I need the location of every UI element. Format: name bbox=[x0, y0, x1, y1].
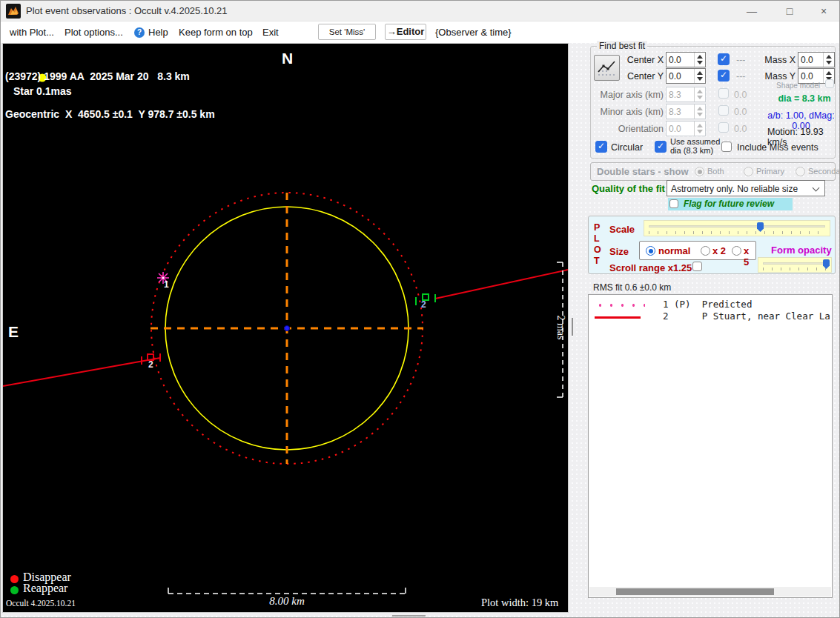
mass-x-spinner[interactable] bbox=[823, 53, 834, 67]
predicted-dotted-line-icon bbox=[595, 304, 645, 307]
chevron-down-icon bbox=[813, 185, 820, 192]
center-x-dashes: --- bbox=[736, 55, 746, 65]
flag-review-checkbox[interactable] bbox=[669, 199, 678, 208]
quality-dropdown[interactable]: Astrometry only. No reliable size bbox=[667, 180, 825, 196]
menu-help[interactable]: Help bbox=[148, 27, 168, 38]
minor-axis-checkbox bbox=[718, 105, 729, 116]
chord-solid-line-icon bbox=[595, 316, 641, 319]
flag-review-container: Flag for future review bbox=[668, 198, 793, 210]
app-icon bbox=[6, 4, 21, 19]
star-size-label: Star 0.1mas bbox=[13, 85, 72, 97]
double-primary-radio bbox=[744, 167, 753, 176]
form-opacity-label: Form opacity bbox=[771, 245, 832, 256]
plot-controls-box: P L O T Scale Size normal x 2 x 5 Form o… bbox=[588, 216, 836, 274]
find-best-fit-group: Find best fit Center X 0.0 --- Mass X 0.… bbox=[590, 46, 836, 159]
plot-letter-l: L bbox=[594, 233, 600, 244]
center-x-label: Center X bbox=[597, 55, 664, 65]
splitter-handle[interactable] bbox=[572, 318, 573, 336]
title-bar[interactable]: Plot event observations : Occult v.4.202… bbox=[1, 1, 839, 21]
shape-model-checkbox[interactable] bbox=[825, 79, 834, 88]
double-both-radio bbox=[695, 167, 704, 176]
north-label: N bbox=[282, 50, 293, 67]
observations-listbox[interactable]: 1 (P) Predicted 2 P Stuart, near Clear L… bbox=[588, 294, 833, 598]
size-normal-label: normal bbox=[658, 245, 690, 256]
minor-axis-input: 8.3 bbox=[666, 104, 706, 119]
center-y-checkbox[interactable] bbox=[718, 70, 730, 82]
plot-width-label: Plot width: 19 km bbox=[481, 597, 558, 609]
double-secondary-radio bbox=[796, 167, 805, 176]
size-x2-label: x 2 bbox=[712, 245, 726, 256]
mas-label: 2 mas bbox=[555, 305, 566, 350]
scale-bar bbox=[168, 588, 406, 594]
marker1-label: 1 bbox=[164, 279, 169, 290]
plot-letter-t: T bbox=[594, 256, 600, 266]
center-y-label: Center Y bbox=[597, 71, 664, 82]
minor-axis-spinner bbox=[694, 104, 705, 119]
scrollbar-thumb[interactable] bbox=[616, 588, 774, 595]
scroll-range-label: Scroll range x1.25 bbox=[609, 262, 692, 273]
plot-version-label: Occult 4.2025.10.21 bbox=[6, 599, 76, 608]
scale-label: Scale bbox=[609, 224, 635, 235]
east-label: E bbox=[8, 323, 19, 341]
size-x5-radio[interactable] bbox=[732, 246, 741, 256]
menu-plot-options[interactable]: Plot options... bbox=[65, 27, 123, 38]
center-y-input[interactable]: 0.0 bbox=[666, 68, 706, 84]
menu-bar: with Plot... Plot options... Help Keep f… bbox=[1, 21, 839, 43]
menu-exit[interactable]: Exit bbox=[262, 27, 279, 38]
menu-observer-time[interactable]: {Observer & time} bbox=[435, 27, 512, 38]
center-x-checkbox[interactable] bbox=[718, 53, 730, 65]
maximize-button[interactable]: □ bbox=[773, 1, 807, 21]
mass-x-input[interactable]: 0.0 bbox=[798, 52, 835, 67]
scale-bar-label: 8.00 km bbox=[254, 595, 320, 608]
size-normal-radio[interactable] bbox=[646, 246, 655, 256]
center-point bbox=[285, 326, 290, 331]
chord-line-left bbox=[3, 358, 160, 386]
major-axis-err: 0.0 bbox=[734, 90, 747, 100]
scroll-range-checkbox[interactable] bbox=[692, 262, 702, 271]
quality-label: Quality of the fit bbox=[592, 183, 665, 194]
list-row-predicted[interactable]: 1 (P) Predicted bbox=[663, 299, 752, 310]
editor-button[interactable]: →Editor bbox=[385, 24, 426, 40]
occultation-plot[interactable]: (23972) 1999 AA 2025 Mar 20 8.3 km Geoce… bbox=[2, 43, 569, 613]
center-x-spinner[interactable] bbox=[694, 53, 705, 67]
plot-header-line1: (23972) 1999 AA 2025 Mar 20 8.3 km bbox=[5, 70, 215, 83]
form-opacity-slider[interactable] bbox=[758, 257, 832, 273]
scale-slider[interactable] bbox=[644, 220, 830, 236]
help-icon[interactable] bbox=[134, 27, 145, 38]
size-x5-label: x 5 bbox=[744, 245, 755, 268]
include-miss-label: Include Miss events bbox=[737, 142, 818, 153]
horizontal-scrollbar[interactable] bbox=[589, 587, 831, 597]
minimize-button[interactable]: — bbox=[735, 1, 769, 21]
quality-value: Astrometry only. No reliable size bbox=[671, 184, 798, 194]
mass-y-label: Mass Y bbox=[760, 71, 796, 82]
marker2-green-label: 2 bbox=[421, 299, 426, 310]
use-assumed-checkbox[interactable] bbox=[655, 141, 667, 153]
list-row-observer2[interactable]: 2 P Stuart, near Clear La bbox=[663, 310, 830, 322]
orientation-spinner bbox=[694, 122, 705, 136]
menu-with-plot[interactable]: with Plot... bbox=[10, 27, 54, 38]
center-y-spinner[interactable] bbox=[694, 69, 705, 83]
menu-keep-on-top[interactable]: Keep form on top bbox=[179, 27, 253, 38]
rms-fit-label: RMS fit 0.6 ±0.0 km bbox=[593, 282, 671, 293]
double-secondary-label: Secondary bbox=[808, 167, 840, 176]
major-axis-label: Major axis (km) bbox=[597, 90, 664, 100]
plot-letter-o: O bbox=[594, 245, 601, 255]
orientation-err: 0.0 bbox=[734, 124, 747, 134]
use-assumed-label: Use assumed dia (8.3 km) bbox=[670, 137, 720, 155]
orientation-input: 0.0 bbox=[666, 121, 706, 136]
flag-review-label: Flag for future review bbox=[684, 199, 774, 209]
chord-line-right bbox=[435, 270, 568, 299]
mass-x-label: Mass X bbox=[760, 55, 796, 65]
close-button[interactable]: × bbox=[807, 1, 840, 21]
set-miss-times-button[interactable]: Set 'Miss' Times bbox=[318, 24, 376, 40]
size-x2-radio[interactable] bbox=[701, 246, 710, 256]
plot-letter-p: P bbox=[594, 222, 600, 233]
circular-label: Circular bbox=[611, 142, 643, 153]
center-y-dashes: --- bbox=[736, 71, 746, 82]
major-axis-checkbox bbox=[718, 88, 729, 99]
include-miss-checkbox[interactable] bbox=[721, 142, 732, 152]
center-x-input[interactable]: 0.0 bbox=[666, 52, 706, 67]
size-label: Size bbox=[609, 246, 629, 257]
circular-checkbox[interactable] bbox=[595, 141, 607, 153]
resize-grip[interactable] bbox=[392, 615, 426, 617]
